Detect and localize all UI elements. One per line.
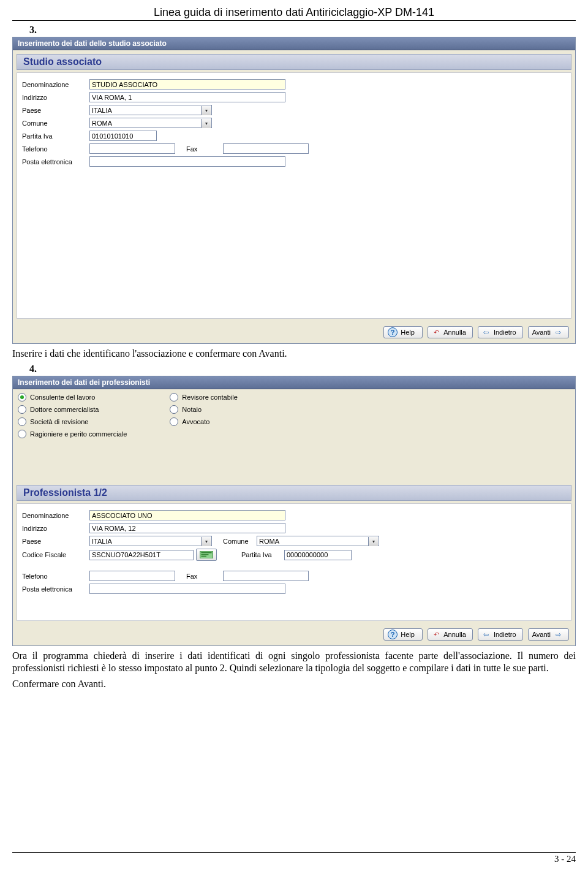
label-comune-2: Comune bbox=[223, 538, 257, 545]
button-bar-1: ?Help ↶Annulla ⇦Indietro Avanti⇨ bbox=[13, 322, 575, 343]
radio-icon bbox=[18, 417, 26, 426]
input-email[interactable] bbox=[89, 156, 285, 167]
form-professionista: Denominazione ASSCOCIATO UNO Indirizzo V… bbox=[17, 503, 571, 621]
combo-paese-value: ITALIA bbox=[92, 107, 112, 114]
label-cf: Codice Fiscale bbox=[22, 551, 89, 558]
combo-comune[interactable]: ROMA▾ bbox=[89, 118, 212, 128]
label-comune: Comune bbox=[22, 120, 89, 127]
help-label: Help bbox=[401, 329, 415, 336]
input-cf[interactable]: SSCNUO70A22H501T bbox=[89, 550, 194, 560]
avanti-button-2[interactable]: Avanti⇨ bbox=[528, 628, 569, 641]
input-fax-2[interactable] bbox=[223, 571, 309, 581]
label-paese-2: Paese bbox=[22, 538, 89, 545]
combo-comune-2[interactable]: ROMA▾ bbox=[257, 536, 379, 546]
arrow-right-icon: ⇨ bbox=[554, 328, 562, 337]
radio-area: Consulente del lavoro Dottore commercial… bbox=[13, 389, 575, 481]
combo-paese-2[interactable]: ITALIA▾ bbox=[89, 536, 212, 546]
avanti-label: Avanti bbox=[532, 631, 551, 638]
chevron-down-icon[interactable]: ▾ bbox=[201, 119, 211, 128]
radio-dottore[interactable]: Dottore commercialista bbox=[18, 405, 127, 414]
help-button-2[interactable]: ?Help bbox=[383, 628, 423, 641]
radio-icon bbox=[18, 430, 26, 438]
radio-icon bbox=[170, 405, 178, 414]
svg-rect-3 bbox=[201, 556, 206, 557]
label-denominazione: Denominazione bbox=[22, 81, 89, 88]
input-denominazione[interactable]: STUDIO ASSOCIATO bbox=[89, 79, 285, 89]
indietro-label: Indietro bbox=[494, 329, 516, 336]
radio-label: Revisore contabile bbox=[182, 394, 238, 401]
label-fax: Fax bbox=[186, 145, 223, 153]
section-professionista: Professionista 1/2 bbox=[17, 485, 571, 501]
input-indirizzo-2[interactable]: VIA ROMA, 12 bbox=[89, 523, 285, 533]
arrow-left-icon: ⇦ bbox=[482, 630, 491, 639]
undo-icon: ↶ bbox=[432, 630, 440, 639]
step-4-number: 4. bbox=[29, 364, 576, 375]
radio-ragioniere[interactable]: Ragioniere e perito commerciale bbox=[18, 430, 127, 438]
page-footer: 3 - 24 bbox=[12, 852, 576, 864]
input-telefono[interactable] bbox=[89, 143, 175, 154]
radio-col-left: Consulente del lavoro Dottore commercial… bbox=[18, 393, 127, 438]
arrow-left-icon: ⇦ bbox=[482, 328, 491, 337]
chevron-down-icon[interactable]: ▾ bbox=[201, 537, 211, 546]
avanti-button[interactable]: Avanti⇨ bbox=[528, 326, 569, 338]
input-telefono-2[interactable] bbox=[89, 571, 175, 581]
label-piva: Partita Iva bbox=[22, 132, 89, 140]
radio-revisore[interactable]: Revisore contabile bbox=[170, 393, 238, 402]
radio-notaio[interactable]: Notaio bbox=[170, 405, 238, 414]
page-number: 3 - 24 bbox=[554, 854, 576, 864]
cf-tool-button[interactable] bbox=[196, 549, 217, 561]
input-fax[interactable] bbox=[223, 143, 309, 154]
help-icon: ? bbox=[388, 630, 398, 639]
indietro-button-2[interactable]: ⇦Indietro bbox=[478, 628, 523, 641]
radio-icon bbox=[170, 393, 178, 402]
combo-comune-value: ROMA bbox=[92, 120, 112, 127]
help-label: Help bbox=[401, 631, 415, 638]
chevron-down-icon[interactable]: ▾ bbox=[368, 537, 378, 546]
instruction-text-2: Ora il programma chiederà di inserire i … bbox=[12, 650, 576, 674]
label-telefono-2: Telefono bbox=[22, 573, 89, 580]
help-icon: ? bbox=[388, 327, 398, 337]
document-title: Linea guida di inserimento dati Antirici… bbox=[12, 6, 576, 21]
radio-consulente[interactable]: Consulente del lavoro bbox=[18, 393, 127, 402]
label-denominazione-2: Denominazione bbox=[22, 512, 89, 519]
window-professionisti: Inserimento dei dati dei professionisti … bbox=[12, 376, 576, 646]
combo-paese[interactable]: ITALIA▾ bbox=[89, 105, 212, 115]
step-3-number: 3. bbox=[29, 25, 576, 36]
arrow-right-icon: ⇨ bbox=[554, 630, 562, 639]
button-bar-2: ?Help ↶Annulla ⇦Indietro Avanti⇨ bbox=[13, 625, 575, 645]
svg-rect-2 bbox=[201, 554, 208, 555]
chevron-down-icon[interactable]: ▾ bbox=[201, 106, 211, 115]
annulla-label: Annulla bbox=[443, 631, 466, 638]
instruction-text-1: Inserire i dati che identificano l'assoc… bbox=[12, 348, 576, 360]
svg-rect-1 bbox=[201, 552, 211, 554]
undo-icon: ↶ bbox=[432, 328, 440, 337]
card-icon bbox=[200, 551, 213, 558]
input-indirizzo[interactable]: VIA ROMA, 1 bbox=[89, 92, 285, 102]
label-email: Posta elettronica bbox=[22, 158, 89, 166]
input-piva[interactable]: 01010101010 bbox=[89, 131, 157, 141]
radio-avvocato[interactable]: Avvocato bbox=[170, 417, 238, 426]
radio-icon bbox=[18, 393, 26, 402]
radio-icon bbox=[170, 417, 178, 426]
indietro-button[interactable]: ⇦Indietro bbox=[478, 326, 523, 338]
indietro-label: Indietro bbox=[494, 631, 516, 638]
instruction-text-3: Confermare con Avanti. bbox=[12, 678, 576, 690]
label-indirizzo-2: Indirizzo bbox=[22, 525, 89, 532]
input-denominazione-2[interactable]: ASSCOCIATO UNO bbox=[89, 510, 285, 520]
label-indirizzo: Indirizzo bbox=[22, 94, 89, 101]
radio-label: Ragioniere e perito commerciale bbox=[30, 430, 127, 438]
annulla-button-2[interactable]: ↶Annulla bbox=[428, 628, 473, 641]
combo-comune-2-value: ROMA bbox=[259, 538, 279, 545]
window-studio-associato: Inserimento dei dati dello studio associ… bbox=[12, 37, 576, 344]
combo-paese-2-value: ITALIA bbox=[92, 538, 112, 545]
avanti-label: Avanti bbox=[532, 329, 551, 336]
label-telefono: Telefono bbox=[22, 145, 89, 153]
annulla-button[interactable]: ↶Annulla bbox=[428, 326, 473, 338]
radio-societa[interactable]: Società di revisione bbox=[18, 417, 127, 426]
help-button[interactable]: ?Help bbox=[383, 326, 423, 338]
window1-titlebar: Inserimento dei dati dello studio associ… bbox=[13, 37, 575, 50]
input-email-2[interactable] bbox=[89, 584, 285, 594]
input-piva-2[interactable]: 00000000000 bbox=[284, 550, 352, 560]
section-studio-associato: Studio associato bbox=[17, 54, 571, 70]
label-fax-2: Fax bbox=[186, 573, 223, 580]
